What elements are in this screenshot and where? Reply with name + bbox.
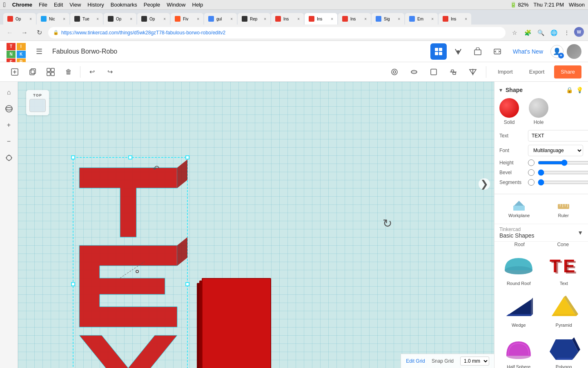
segments-radio[interactable] — [528, 179, 535, 186]
svg-text:E: E — [565, 257, 577, 277]
add-person-button[interactable]: 👤 + — [550, 45, 564, 58]
hole-option[interactable]: Hole — [529, 98, 548, 125]
extension-icon2[interactable]: 🔍 — [535, 27, 546, 38]
back-button[interactable]: ← — [4, 29, 16, 36]
segments-slider[interactable] — [538, 179, 588, 186]
svg-rect-12 — [47, 72, 50, 76]
tab-nic[interactable]: Nic× — [37, 13, 69, 25]
tab-tue[interactable]: Tue× — [70, 13, 103, 25]
bevel-slider[interactable] — [538, 169, 588, 176]
shape-item-half-sphere[interactable]: Half Sphere — [498, 332, 540, 368]
tab-ins3[interactable]: Ins× — [338, 13, 371, 25]
height-radio[interactable] — [528, 159, 535, 166]
home-nav-button[interactable]: ⌂ — [2, 85, 16, 100]
shapes-grid: Round Roof T T E E Text — [494, 249, 588, 368]
fit-all-button[interactable] — [2, 150, 16, 165]
svg-point-15 — [393, 71, 396, 73]
refresh-button[interactable]: ↻ — [33, 29, 45, 36]
tools-icon[interactable] — [450, 43, 466, 60]
zoom-in-button[interactable]: + — [2, 118, 16, 132]
address-bar[interactable]: 🔒 https://www.tinkercad.com/things/d5wk2… — [48, 27, 506, 38]
top-view-icon[interactable] — [386, 65, 403, 79]
height-slider[interactable] — [538, 159, 588, 166]
zoom-out-button[interactable]: − — [2, 134, 16, 149]
solid-label: Solid — [504, 119, 515, 125]
shapes-category-dropdown[interactable]: Tinkercad Basic Shapes ▼ — [494, 224, 588, 242]
rotation-arrow-top[interactable]: ↶ — [153, 164, 160, 173]
text-input[interactable] — [528, 130, 588, 141]
shape-item-pyramid[interactable]: Pyramid — [543, 291, 585, 329]
svg-text:T: T — [551, 257, 562, 277]
menubar-help[interactable]: Help — [192, 2, 203, 8]
ruler-button[interactable]: Ruler — [542, 197, 585, 220]
shape-item-round-roof[interactable]: Round Roof — [498, 249, 540, 287]
orbit-button[interactable] — [2, 101, 16, 116]
whats-new-button[interactable]: What's New — [509, 46, 547, 57]
rotation-handle[interactable]: ↻ — [383, 217, 392, 230]
edit-grid-label[interactable]: Edit Grid — [406, 358, 425, 364]
redo-button[interactable]: ↪ — [102, 65, 118, 79]
export-button[interactable]: Export — [523, 65, 551, 79]
shape-lock-icon[interactable]: 🔒 — [566, 87, 573, 93]
tab-op1[interactable]: Op× — [3, 13, 36, 25]
extension-icon3[interactable]: 🌐 — [548, 27, 559, 38]
shape-panel-collapse-icon[interactable]: ▾ — [499, 87, 502, 93]
shape-bulb-icon[interactable]: 💡 — [576, 87, 583, 93]
tab-op2[interactable]: Op× — [104, 13, 136, 25]
shape-item-wedge[interactable]: Wedge — [498, 291, 540, 329]
view-cube[interactable]: TOP — [26, 90, 49, 115]
solid-option[interactable]: Solid — [499, 98, 519, 125]
menubar-history[interactable]: History — [87, 2, 104, 8]
apple-menu[interactable]:  — [3, 1, 6, 9]
3d-viewport[interactable]: TOP — [18, 82, 494, 368]
shape-item-text[interactable]: T T E E Text — [543, 249, 585, 287]
panel-chevron-next[interactable]: ❯ — [479, 178, 490, 190]
menubar-file[interactable]: File — [39, 2, 47, 8]
code-blocks-icon[interactable] — [489, 43, 506, 60]
mirror-icon[interactable] — [465, 65, 481, 79]
tab-gul[interactable]: gul× — [204, 13, 237, 25]
workplane-button[interactable]: Workplane — [498, 197, 541, 220]
shape-item-polygon[interactable]: Polygon — [543, 332, 585, 368]
side-view-icon[interactable] — [406, 65, 422, 79]
menu-icon[interactable]: ☰ — [31, 43, 47, 60]
tab-em[interactable]: Em× — [405, 13, 438, 25]
grid-view-icon[interactable] — [430, 43, 447, 60]
snap-grid-select[interactable]: 1.0 mm 0.5 mm 2.0 mm — [460, 357, 489, 366]
tab-ins1[interactable]: Ins× — [271, 13, 304, 25]
bevel-radio[interactable] — [528, 169, 535, 176]
tinkercad-logo[interactable]: T I N K E R — [7, 43, 26, 60]
forward-button[interactable]: → — [19, 29, 30, 36]
menubar-chrome[interactable]: Chrome — [12, 2, 32, 8]
delete-button[interactable]: 🗑 — [60, 65, 77, 79]
undo-button[interactable]: ↩ — [84, 65, 100, 79]
bevel-property-label: Bevel — [499, 170, 528, 175]
packages-icon[interactable] — [470, 43, 486, 60]
front-view-icon[interactable] — [425, 65, 442, 79]
menubar-window[interactable]: Window — [167, 2, 185, 8]
font-select[interactable]: Multilanguage — [528, 145, 583, 156]
tab-ins2-active[interactable]: Ins× — [305, 13, 337, 25]
tab-fiv[interactable]: Fiv× — [171, 13, 203, 25]
new-shape-button[interactable] — [7, 65, 23, 79]
menubar-edit[interactable]: Edit — [54, 2, 63, 8]
tab-sig[interactable]: Sig× — [372, 13, 404, 25]
svg-line-45 — [120, 262, 145, 278]
duplicate-button[interactable] — [24, 65, 41, 79]
menubar-people[interactable]: People — [144, 2, 160, 8]
extension-icon1[interactable]: 🧩 — [522, 27, 533, 38]
import-button[interactable]: Import — [491, 65, 519, 79]
menubar-bookmarks[interactable]: Bookmarks — [111, 2, 137, 8]
share-button[interactable]: Share — [554, 65, 581, 79]
user-avatar[interactable] — [567, 44, 581, 59]
tab-op3[interactable]: Op× — [137, 13, 170, 25]
tab-ins4[interactable]: Ins× — [439, 13, 471, 25]
chrome-profile-avatar[interactable]: W — [574, 27, 584, 37]
bookmark-icon[interactable]: ☆ — [509, 27, 520, 38]
tab-rep[interactable]: Rep× — [238, 13, 270, 25]
mac-menubar:  Chrome File Edit View History Bookmark… — [0, 0, 588, 10]
menubar-view[interactable]: View — [69, 2, 81, 8]
group-button[interactable] — [42, 65, 59, 79]
more-options-icon[interactable]: ⋮ — [561, 27, 572, 38]
align-icon[interactable] — [445, 65, 461, 79]
